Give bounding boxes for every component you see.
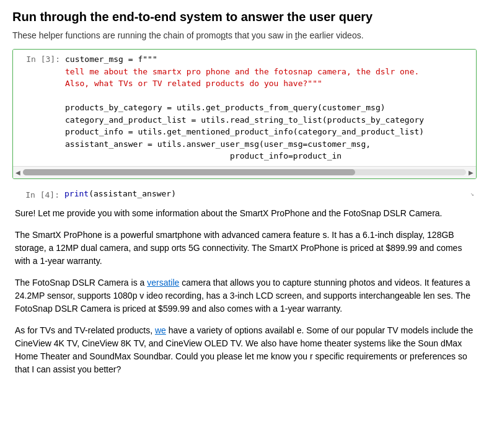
output-text-area: Sure! Let me provide you with some infor… — [12, 207, 477, 376]
subtitle: These helper functions are running the c… — [12, 30, 477, 40]
resize-icon: ↘ — [470, 190, 474, 197]
cell-3-scrollbar[interactable]: ◀ ▶ — [13, 166, 476, 178]
cell-code-4[interactable]: print(assistant_answer) ↘ — [64, 189, 474, 198]
code-cell-4: In [4]: print(assistant_answer) ↘ — [12, 187, 477, 202]
cell-label-4: In [4]: — [15, 189, 64, 200]
output-paragraph-4: As for TVs and TV-related products, we h… — [15, 324, 477, 376]
output-paragraph-1: Sure! Let me provide you with some infor… — [15, 207, 477, 220]
cell-label-3: In [3]: — [15, 53, 65, 64]
output-paragraph-2: The SmartX ProPhone is a powerful smartp… — [15, 229, 477, 268]
output-paragraph-3: The FotoSnap DSLR Camera is a versatile … — [15, 276, 477, 315]
cell-code-3[interactable]: customer_msg = f""" tell me about the sm… — [65, 53, 474, 162]
scroll-thumb[interactable] — [23, 169, 355, 175]
page-title: Run through the end-to-end system to ans… — [12, 10, 477, 24]
code-cell-3: In [3]: customer_msg = f""" tell me abou… — [12, 49, 477, 179]
cell-input-3: In [3]: customer_msg = f""" tell me abou… — [13, 50, 476, 166]
scroll-track[interactable] — [23, 169, 466, 175]
scroll-left-arrow[interactable]: ◀ — [15, 169, 20, 176]
scroll-right-arrow[interactable]: ▶ — [469, 169, 474, 176]
